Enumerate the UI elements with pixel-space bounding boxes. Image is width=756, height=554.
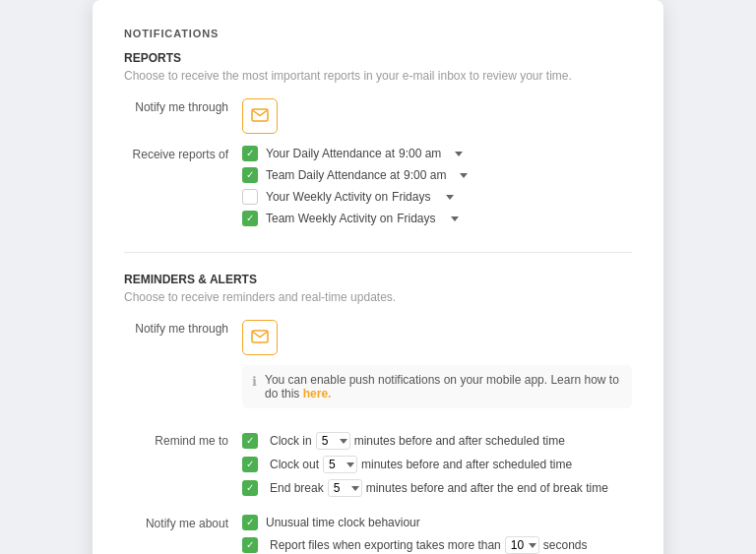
reminders-notify-content: ℹ You can enable push notifications on y… xyxy=(242,320,632,420)
reports-notify-row: Notify me through xyxy=(124,98,632,134)
email-icon xyxy=(251,108,269,125)
reports-notify-content xyxy=(242,98,632,134)
reminders-notify-label: Notify me through xyxy=(124,320,242,336)
remind-text-after-2: minutes before and after the end of brea… xyxy=(366,481,608,495)
reports-section: REPORTS Choose to receive the most impor… xyxy=(124,51,632,232)
push-notification-info: ℹ You can enable push notifications on y… xyxy=(242,365,632,408)
email-icon-reminders xyxy=(251,330,269,346)
reports-notify-label: Notify me through xyxy=(124,98,242,114)
reminders-notify-row: Notify me through ℹ You can enable push … xyxy=(124,320,632,420)
notify-value-select-1[interactable]: 1051530 xyxy=(505,536,539,554)
checkbox-3[interactable]: ✓ xyxy=(242,211,258,226)
reminders-description: Choose to receive reminders and real-tim… xyxy=(124,290,632,304)
reminders-section: REMINDERS & ALERTS Choose to receive rem… xyxy=(124,273,632,554)
remind-checkbox-1[interactable]: ✓ xyxy=(242,457,258,472)
remind-text-before-2: End break xyxy=(270,481,324,495)
reports-subtitle: REPORTS xyxy=(124,51,632,65)
notify-about-item-1: ✓ Report files when exporting takes more… xyxy=(242,536,632,554)
report-item-2: Your Weekly Activity on FridaysMondaysSu… xyxy=(242,189,632,205)
remind-value-select-0[interactable]: 51015 xyxy=(316,432,350,450)
remind-item-0: ✓ Clock in 51015 minutes before and afte… xyxy=(242,432,632,450)
report-time-select-1[interactable]: 9:00 am8:00 am10:00 am xyxy=(404,168,468,182)
checkbox-2[interactable] xyxy=(242,189,258,205)
report-item-3: ✓ Team Weekly Activity on FridaysMondays… xyxy=(242,211,632,226)
reminders-email-button[interactable] xyxy=(242,320,278,355)
report-item-1: ✓ Team Daily Attendance at 9:00 am8:00 a… xyxy=(242,167,632,183)
notify-about-text-0: Unusual time clock behaviour xyxy=(266,516,420,529)
notify-about-items: ✓ Unusual time clock behaviour ✓ Report … xyxy=(242,515,632,554)
reminders-subtitle: REMINDERS & ALERTS xyxy=(124,273,632,286)
reports-description: Choose to receive the most important rep… xyxy=(124,69,632,83)
report-text-0: Your Daily Attendance at xyxy=(266,147,395,160)
checkbox-1[interactable]: ✓ xyxy=(242,167,258,183)
reports-email-button[interactable] xyxy=(242,98,278,134)
receive-reports-label: Receive reports of xyxy=(124,146,242,161)
remind-me-label: Remind me to xyxy=(124,432,242,448)
remind-text-before-1: Clock out xyxy=(270,458,319,471)
remind-item-1: ✓ Clock out 51015 minutes before and aft… xyxy=(242,456,632,473)
notify-about-row: Notify me about ✓ Unusual time clock beh… xyxy=(124,515,632,554)
report-text-1: Team Daily Attendance at xyxy=(266,168,400,182)
remind-text-after-0: minutes before and after scheduled time xyxy=(354,434,565,448)
report-time-select-2[interactable]: FridaysMondaysSundays xyxy=(392,190,454,204)
remind-text-after-1: minutes before and after scheduled time xyxy=(361,458,572,471)
remind-checkbox-2[interactable]: ✓ xyxy=(242,480,258,496)
remind-value-select-2[interactable]: 51015 xyxy=(328,479,362,497)
info-link[interactable]: here. xyxy=(303,387,332,400)
notify-checkbox-0[interactable]: ✓ xyxy=(242,515,258,530)
notify-about-text-after-1: seconds xyxy=(543,538,588,552)
section-divider xyxy=(124,252,632,253)
notify-about-label: Notify me about xyxy=(124,515,242,530)
info-icon: ℹ xyxy=(252,374,257,389)
report-time-select-0[interactable]: 9:00 am8:00 am10:00 am xyxy=(399,147,463,160)
checkbox-0[interactable]: ✓ xyxy=(242,146,258,161)
notify-checkbox-1[interactable]: ✓ xyxy=(242,537,258,553)
receive-reports-row: Receive reports of ✓ Your Daily Attendan… xyxy=(124,146,632,232)
notify-about-item-0: ✓ Unusual time clock behaviour xyxy=(242,515,632,530)
remind-me-row: Remind me to ✓ Clock in 51015 minutes be… xyxy=(124,432,632,503)
remind-me-items: ✓ Clock in 51015 minutes before and afte… xyxy=(242,432,632,503)
notifications-modal: NOTIFICATIONS REPORTS Choose to receive … xyxy=(93,0,663,554)
info-text-content: You can enable push notifications on you… xyxy=(265,373,622,400)
report-item-0: ✓ Your Daily Attendance at 9:00 am8:00 a… xyxy=(242,146,632,161)
remind-checkbox-0[interactable]: ✓ xyxy=(242,433,258,449)
remind-item-2: ✓ End break 51015 minutes before and aft… xyxy=(242,479,632,497)
remind-value-select-1[interactable]: 51015 xyxy=(323,456,357,473)
remind-text-before-0: Clock in xyxy=(270,434,312,448)
report-time-select-3[interactable]: FridaysMondaysSundays xyxy=(397,212,459,225)
notifications-section-title: NOTIFICATIONS xyxy=(124,28,632,39)
report-text-3: Team Weekly Activity on xyxy=(266,212,393,225)
report-text-2: Your Weekly Activity on xyxy=(266,190,388,204)
notify-about-text-1: Report files when exporting takes more t… xyxy=(270,538,501,552)
receive-reports-items: ✓ Your Daily Attendance at 9:00 am8:00 a… xyxy=(242,146,632,232)
